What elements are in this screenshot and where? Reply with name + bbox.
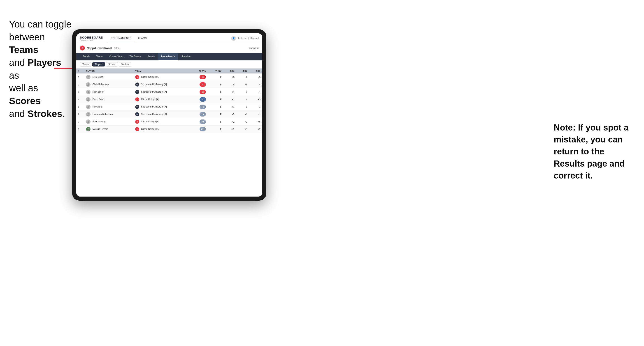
svg-point-12 [87, 115, 90, 116]
svg-point-16 [87, 130, 90, 131]
score-badge: +6 [200, 112, 206, 117]
cell-total: +11 [190, 126, 208, 133]
table-row: 8 Marcus Turners C Clippd College [A] +1… [76, 126, 262, 133]
cell-rank: 7 [76, 118, 84, 126]
cell-thru: F [208, 81, 224, 88]
nav-teams[interactable]: TEAMS [134, 33, 150, 43]
toggle-players[interactable]: Players [92, 62, 105, 66]
cell-rd3: +3 [249, 96, 262, 103]
toggle-strokes[interactable]: Strokes [119, 62, 131, 66]
team-logo: SU [135, 112, 139, 116]
tab-results[interactable]: Results [144, 53, 158, 60]
tab-tee-groups[interactable]: Tee Groups [126, 53, 144, 60]
cell-player: Cameron Robertson [84, 111, 134, 118]
table-row: 6 Cameron Robertson SU Scoreboard Univer… [76, 111, 262, 118]
score-badge: E [200, 97, 206, 102]
svg-point-9 [88, 106, 89, 107]
toggle-bar: Teams Players Scores Strokes [76, 60, 262, 68]
tab-course-setup[interactable]: Course Setup [106, 53, 126, 60]
cell-rd1: +1 [223, 88, 236, 96]
score-badge: +8 [200, 120, 206, 124]
cell-team: C Clippd College [A] [134, 118, 190, 126]
team-logo: C [135, 127, 139, 131]
svg-point-4 [87, 85, 90, 86]
cell-player: Chris Robertson [84, 81, 134, 88]
scores-bold: Scores [9, 96, 41, 106]
cell-player: Rich Butler [84, 88, 134, 96]
tournament-header: C Clippd Invitational (Men) Cancel ✕ [76, 43, 262, 53]
player-avatar [86, 97, 90, 102]
cell-rank: 3 [76, 88, 84, 96]
cell-team: SU Scoreboard University [A] [134, 103, 190, 111]
table-row: 5 Rees Britt SU Scoreboard University [A… [76, 103, 262, 111]
svg-point-13 [88, 121, 89, 122]
toggle-teams[interactable]: Teams [80, 62, 92, 66]
cancel-x-icon: ✕ [257, 47, 259, 49]
user-icon: 👤 [231, 36, 236, 41]
score-badge: +1 [200, 105, 206, 109]
col-rd2: RD2 [236, 68, 250, 73]
team-logo: SU [135, 105, 139, 109]
team-logo: C [135, 97, 139, 101]
svg-point-5 [88, 91, 89, 92]
note-bold: Note: If you spot a mistake, you can ret… [554, 123, 628, 180]
player-avatar [86, 90, 90, 94]
score-badge: -2 [200, 90, 206, 94]
nav-right: 👤 Test User | Sign out [231, 36, 259, 41]
cell-thru: F [208, 118, 224, 126]
cell-total: -4 [190, 81, 208, 88]
tablet-screen: SCOREBOARD Powered by clippd TOURNAMENTS… [76, 33, 262, 196]
svg-point-7 [88, 98, 89, 100]
cell-rd1: +2 [223, 126, 236, 133]
team-logo: SU [135, 82, 139, 87]
cell-rd2: -4 [236, 96, 250, 103]
table-row: 3 Rich Butler SU Scoreboard University [… [76, 88, 262, 96]
player-avatar [86, 75, 90, 79]
cell-rd2: +5 [236, 81, 250, 88]
cell-rd3: E [249, 103, 262, 111]
cell-rd1: +2 [223, 118, 236, 126]
teams-bold: Teams [9, 44, 38, 55]
svg-point-10 [87, 107, 90, 108]
tab-leaderboards[interactable]: Leaderboards [158, 53, 178, 60]
tab-printables[interactable]: Printables [178, 53, 194, 60]
tournament-gender: (Men) [114, 47, 120, 49]
svg-point-8 [87, 100, 90, 101]
table-row: 2 Chris Robertson SU Scoreboard Universi… [76, 81, 262, 88]
cell-rd2: +7 [236, 126, 250, 133]
cell-thru: F [208, 126, 224, 133]
cancel-button[interactable]: Cancel ✕ [249, 47, 259, 49]
table-header-row: # PLAYER TEAM TOTAL THRU RD1 RD2 RD3 [76, 68, 262, 73]
cell-rd1: +1 [223, 103, 236, 111]
col-rd1: RD1 [223, 68, 236, 73]
cell-rd3: -1 [249, 111, 262, 118]
cell-rd2: +1 [236, 118, 250, 126]
nav-links: TOURNAMENTS TEAMS [108, 33, 231, 43]
cell-team: C Clippd College [A] [134, 73, 190, 81]
cell-thru: F [208, 103, 224, 111]
leaderboard-table: # PLAYER TEAM TOTAL THRU RD1 RD2 RD3 1 E [76, 68, 262, 196]
cell-team: SU Scoreboard University [A] [134, 111, 190, 118]
tab-teams[interactable]: Teams [93, 53, 106, 60]
col-player: PLAYER [84, 68, 134, 73]
svg-point-6 [87, 92, 90, 93]
cell-team: SU Scoreboard University [A] [134, 81, 190, 88]
sign-out-link[interactable]: Sign out [250, 37, 259, 39]
nav-tournaments[interactable]: TOURNAMENTS [108, 33, 134, 43]
tab-details[interactable]: Details [80, 53, 93, 60]
cell-rd3: -5 [249, 73, 262, 81]
cell-team: C Clippd College [A] [134, 126, 190, 133]
sub-nav: Details Teams Course Setup Tee Groups Re… [76, 53, 262, 60]
right-annotation: Note: If you spot a mistake, you can ret… [554, 122, 635, 182]
svg-point-2 [87, 78, 90, 78]
toggle-scores[interactable]: Scores [106, 62, 118, 66]
player-avatar [86, 105, 90, 109]
cell-player: Rees Britt [84, 103, 134, 111]
col-thru: THRU [208, 68, 224, 73]
logo-area: SCOREBOARD Powered by clippd [80, 36, 104, 41]
tournament-title: C Clippd Invitational (Men) [80, 45, 120, 50]
score-badge: -8 [200, 75, 206, 79]
cell-rd1: +3 [223, 73, 236, 81]
cell-rd1: +5 [223, 111, 236, 118]
tournament-name: Clippd Invitational [87, 46, 112, 50]
